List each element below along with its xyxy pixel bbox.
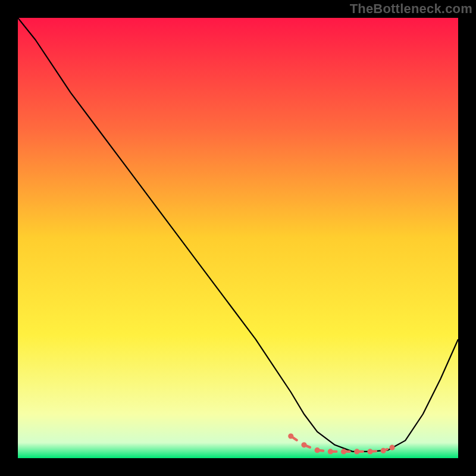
bottleneck-chart-svg (18, 18, 458, 458)
optimal-range-marker-dash (383, 449, 387, 450)
watermark-text: TheBottleneck.com (350, 1, 472, 17)
optimal-range-marker-dash (317, 450, 323, 451)
chart-background (18, 18, 458, 458)
optimal-range-marker-dot (389, 445, 394, 450)
chart-plot-area (18, 18, 458, 458)
optimal-range-marker-dash (370, 451, 376, 452)
